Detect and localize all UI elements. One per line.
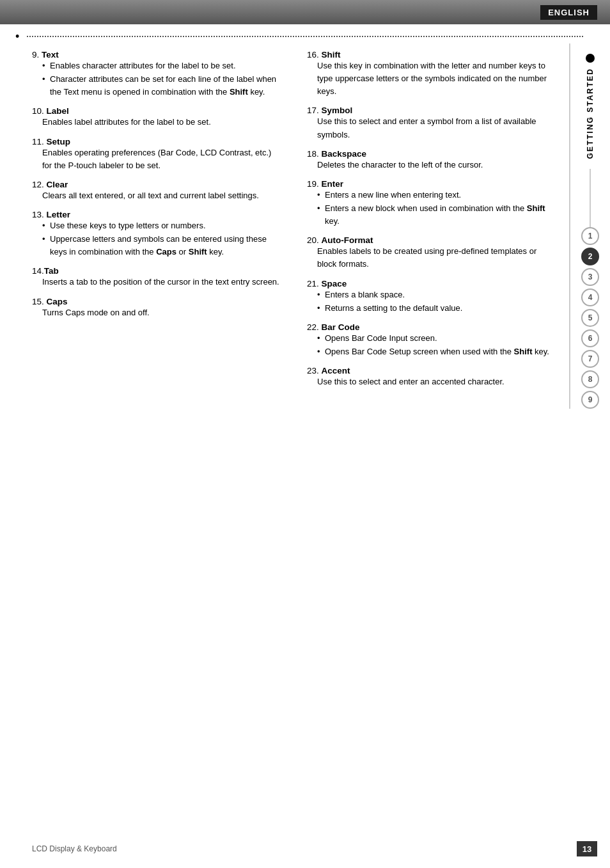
section-14-num: 14. [32, 266, 44, 276]
section-9-num: 9. [32, 50, 42, 59]
section-19-list: Enters a new line when entering text. En… [317, 189, 556, 228]
section-23: 23. Accent Use this to select and enter … [307, 366, 556, 388]
section-13-title: 13. Letter [32, 210, 281, 219]
section-10-label: Label [47, 106, 69, 116]
getting-started-text: GETTING STARTED [586, 68, 595, 159]
section-15: 15. Caps Turns Caps mode on and off. [32, 297, 281, 319]
section-16-num: 16. [307, 50, 322, 59]
section-9-label: Text [42, 50, 59, 59]
section-20: 20. Auto-Format Enables labels to be cre… [307, 235, 556, 271]
section-22-body: Opens Bar Code Input screen. Opens Bar C… [317, 332, 556, 358]
section-15-text: Turns Caps mode on and off. [42, 306, 281, 319]
section-11-title: 11. Setup [32, 137, 281, 146]
sidebar-numbers: 1 2 3 4 5 6 7 8 9 [581, 227, 599, 409]
section-23-body: Use this to select and enter an accented… [317, 375, 556, 388]
section-13-num: 13. [32, 210, 47, 219]
section-9-body: Enables character attributes for the lab… [42, 59, 281, 99]
section-11-num: 11. [32, 137, 47, 146]
section-18-num: 18. [307, 149, 322, 159]
list-item: Opens Bar Code Setup screen when used wi… [317, 345, 556, 358]
section-17-text: Use this to select and enter a symbol fr… [317, 115, 556, 141]
section-19-body: Enters a new line when entering text. En… [317, 189, 556, 228]
section-18: 18. Backspace Deletes the character to t… [307, 149, 556, 171]
section-19-title: 19. Enter [307, 179, 556, 189]
list-item: Uppercase letters and symbols can be ent… [42, 233, 281, 258]
section-15-body: Turns Caps mode on and off. [42, 306, 281, 319]
sidebar-num-1: 1 [581, 227, 599, 245]
section-14-label: Tab [44, 266, 59, 276]
section-19: 19. Enter Enters a new line when enterin… [307, 179, 556, 228]
section-22-num: 22. [307, 322, 322, 332]
list-item: Enables character attributes for the lab… [42, 59, 281, 72]
section-23-label: Accent [322, 366, 350, 375]
section-15-title: 15. Caps [32, 297, 281, 306]
page-number: 13 [577, 841, 597, 856]
section-20-text: Enables labels to be created using pre-d… [317, 245, 556, 271]
sidebar-num-2: 2 [581, 248, 599, 265]
section-18-title: 18. Backspace [307, 149, 556, 159]
section-20-num: 20. [307, 235, 322, 245]
section-23-num: 23. [307, 366, 322, 375]
section-14: 14.Tab Inserts a tab to the position of … [32, 266, 281, 288]
section-15-num: 15. [32, 297, 47, 306]
section-13-label: Letter [47, 210, 71, 219]
section-23-text: Use this to select and enter an accented… [317, 375, 556, 388]
section-22-label: Bar Code [322, 322, 360, 332]
sidebar-num-4: 4 [581, 288, 599, 306]
getting-started-dot [586, 54, 595, 63]
section-13-list: Use these keys to type letters or number… [42, 219, 281, 258]
getting-started-area: GETTING STARTED [586, 50, 595, 159]
right-column: 16. Shift Use this key in combination wi… [294, 43, 569, 409]
section-11-text: Enables operating preferences (Bar Code,… [42, 146, 281, 172]
section-16: 16. Shift Use this key in combination wi… [307, 50, 556, 98]
section-19-num: 19. [307, 179, 322, 189]
section-16-label: Shift [322, 50, 341, 59]
sidebar-num-5: 5 [581, 309, 599, 327]
top-header: ENGLISH [0, 0, 610, 24]
section-17: 17. Symbol Use this to select and enter … [307, 106, 556, 141]
section-18-text: Deletes the character to the left of the… [317, 159, 556, 171]
section-19-label: Enter [322, 179, 344, 189]
section-11-body: Enables operating preferences (Bar Code,… [42, 146, 281, 172]
sidebar-num-3: 3 [581, 268, 599, 286]
section-21-body: Enters a blank space. Returns a setting … [317, 288, 556, 315]
sidebar-num-7: 7 [581, 350, 599, 368]
section-12-num: 12. [32, 180, 47, 189]
list-item: Opens Bar Code Input screen. [317, 332, 556, 345]
section-22-list: Opens Bar Code Input screen. Opens Bar C… [317, 332, 556, 358]
section-21-list: Enters a blank space. Returns a setting … [317, 288, 556, 315]
section-14-title: 14.Tab [32, 266, 281, 276]
list-item: Enters a new block when used in combinat… [317, 202, 556, 228]
left-column: 9. Text Enables character attributes for… [0, 43, 294, 409]
section-20-label: Auto-Format [322, 235, 373, 245]
section-17-label: Symbol [322, 106, 353, 115]
sidebar-num-8: 8 [581, 370, 599, 388]
sidebar-num-9: 9 [581, 391, 599, 409]
section-9-list: Enables character attributes for the lab… [42, 59, 281, 99]
list-item: Enters a new line when entering text. [317, 189, 556, 201]
section-20-title: 20. Auto-Format [307, 235, 556, 245]
section-15-label: Caps [47, 297, 68, 306]
sidebar: GETTING STARTED 1 2 3 4 5 6 7 8 9 [569, 43, 610, 409]
section-17-num: 17. [307, 106, 322, 115]
section-22: 22. Bar Code Opens Bar Code Input screen… [307, 322, 556, 358]
section-11: 11. Setup Enables operating preferences … [32, 137, 281, 172]
section-21: 21. Space Enters a blank space. Returns … [307, 279, 556, 315]
section-23-title: 23. Accent [307, 366, 556, 375]
section-12-body: Clears all text entered, or all text and… [42, 189, 281, 202]
section-13-body: Use these keys to type letters or number… [42, 219, 281, 258]
section-18-label: Backspace [322, 149, 367, 159]
section-21-title: 21. Space [307, 279, 556, 288]
section-9: 9. Text Enables character attributes for… [32, 50, 281, 99]
section-10-text: Enables label attributes for the label t… [42, 116, 281, 129]
section-21-num: 21. [307, 279, 322, 288]
list-item: Returns a setting to the default value. [317, 302, 556, 315]
section-21-label: Space [322, 279, 347, 288]
language-badge: ENGLISH [540, 5, 597, 20]
section-10-title: 10. Label [32, 106, 281, 116]
section-16-text: Use this key in combination with the let… [317, 59, 556, 98]
section-11-label: Setup [47, 137, 71, 146]
section-10: 10. Label Enables label attributes for t… [32, 106, 281, 129]
section-16-body: Use this key in combination with the let… [317, 59, 556, 98]
footer-text: LCD Display & Keyboard [32, 844, 117, 853]
